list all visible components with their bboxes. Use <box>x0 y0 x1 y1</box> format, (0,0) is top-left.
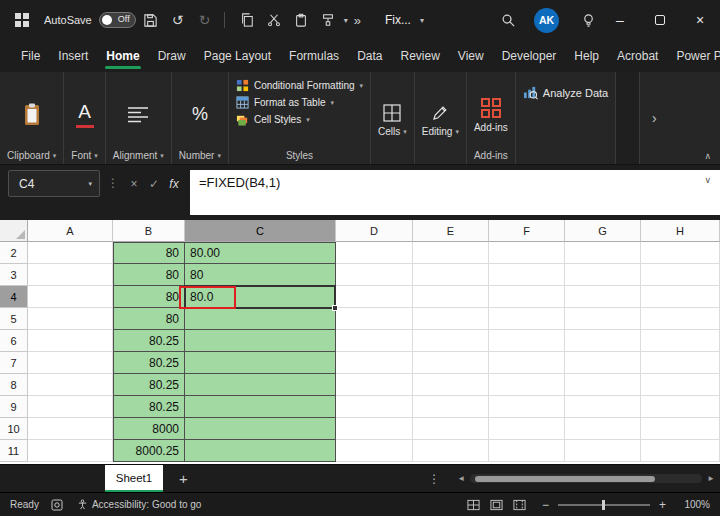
cell-E7[interactable] <box>413 352 489 374</box>
confirm-entry-button[interactable]: ✓ <box>144 170 164 197</box>
cell-E9[interactable] <box>413 396 489 418</box>
group-addins[interactable]: Add-ins Add-ins <box>467 72 516 164</box>
autosave-toggle[interactable]: Off <box>99 12 136 28</box>
cell-A10[interactable] <box>28 418 113 440</box>
cell-C2[interactable]: 80.00 <box>185 242 336 264</box>
cell-D5[interactable] <box>336 308 413 330</box>
tab-home[interactable]: Home <box>97 40 148 72</box>
cell-B2[interactable]: 80 <box>113 242 185 264</box>
cell-D6[interactable] <box>336 330 413 352</box>
scroll-left-button[interactable]: ◄ <box>457 474 465 483</box>
column-header-f[interactable]: F <box>489 220 565 242</box>
cell-E4[interactable] <box>413 286 489 308</box>
group-editing[interactable]: Editing ▾ <box>415 72 467 164</box>
zoom-in-button[interactable]: + <box>659 498 666 512</box>
cell-B3[interactable]: 80 <box>113 264 185 286</box>
cell-D3[interactable] <box>336 264 413 286</box>
cell-A11[interactable] <box>28 440 113 462</box>
cell-H10[interactable] <box>641 418 720 440</box>
cut-button[interactable] <box>262 7 286 33</box>
clipboard-launcher-icon[interactable]: ▾ <box>53 152 57 160</box>
cell-G8[interactable] <box>565 374 641 396</box>
row-header-5[interactable]: 5 <box>0 308 28 330</box>
cell-F3[interactable] <box>489 264 565 286</box>
row-header-3[interactable]: 3 <box>0 264 28 286</box>
formula-input[interactable]: =FIXED(B4,1) ∨ <box>190 170 720 215</box>
cell-H8[interactable] <box>641 374 720 396</box>
cell-G6[interactable] <box>565 330 641 352</box>
cell-F2[interactable] <box>489 242 565 264</box>
row-header-10[interactable]: 10 <box>0 418 28 440</box>
cell-C9[interactable] <box>185 396 336 418</box>
cell-H3[interactable] <box>641 264 720 286</box>
horizontal-scrollbar[interactable] <box>470 474 702 483</box>
cell-D2[interactable] <box>336 242 413 264</box>
percent-style-icon[interactable]: % <box>192 104 208 125</box>
more-commands-icon[interactable]: » <box>354 13 361 28</box>
cell-F8[interactable] <box>489 374 565 396</box>
row-header-7[interactable]: 7 <box>0 352 28 374</box>
tab-bar-options-icon[interactable]: ⋮ <box>428 472 440 486</box>
zoom-level[interactable]: 100% <box>672 499 710 510</box>
name-box[interactable]: C4 ▾ <box>8 170 100 197</box>
row-header-11[interactable]: 11 <box>0 440 28 462</box>
column-header-a[interactable]: A <box>28 220 113 242</box>
cell-D7[interactable] <box>336 352 413 374</box>
cell-A4[interactable] <box>28 286 113 308</box>
tab-data[interactable]: Data <box>348 40 391 72</box>
page-layout-view-button[interactable] <box>490 499 503 511</box>
column-header-c[interactable]: C <box>185 220 336 242</box>
conditional-formatting-button[interactable]: Conditional Formatting ▾ <box>236 79 363 92</box>
cell-A7[interactable] <box>28 352 113 374</box>
tab-acrobat[interactable]: Acrobat <box>608 40 667 72</box>
sheet-tab-sheet1[interactable]: Sheet1 <box>105 465 163 492</box>
cell-E5[interactable] <box>413 308 489 330</box>
cell-C10[interactable] <box>185 418 336 440</box>
cell-E8[interactable] <box>413 374 489 396</box>
cell-H4[interactable] <box>641 286 720 308</box>
undo-button[interactable]: ↺ <box>166 7 190 33</box>
accessibility-status[interactable]: Accessibility: Good to go <box>77 499 202 510</box>
cell-A5[interactable] <box>28 308 113 330</box>
format-painter-button[interactable] <box>316 7 340 33</box>
group-clipboard[interactable]: Clipboard ▾ <box>0 72 64 164</box>
cell-H11[interactable] <box>641 440 720 462</box>
tab-help[interactable]: Help <box>565 40 608 72</box>
cell-H2[interactable] <box>641 242 720 264</box>
cell-F11[interactable] <box>489 440 565 462</box>
group-cells[interactable]: Cells ▾ <box>371 72 415 164</box>
close-button[interactable]: × <box>680 0 720 40</box>
tab-developer[interactable]: Developer <box>493 40 566 72</box>
cell-G10[interactable] <box>565 418 641 440</box>
row-header-2[interactable]: 2 <box>0 242 28 264</box>
cell-G3[interactable] <box>565 264 641 286</box>
cell-G9[interactable] <box>565 396 641 418</box>
fill-handle[interactable] <box>332 305 338 311</box>
row-header-6[interactable]: 6 <box>0 330 28 352</box>
column-header-h[interactable]: H <box>641 220 720 242</box>
cancel-entry-button[interactable]: × <box>124 170 144 197</box>
macro-record-icon[interactable] <box>51 499 63 511</box>
scroll-right-button[interactable]: ► <box>707 474 715 483</box>
group-font[interactable]: A Font ▾ <box>64 72 106 164</box>
zoom-slider[interactable] <box>558 504 650 506</box>
collapse-ribbon-icon[interactable]: ∧ <box>704 151 711 161</box>
alignment-launcher-icon[interactable]: ▾ <box>160 152 164 160</box>
format-as-table-button[interactable]: Format as Table ▾ <box>236 96 334 109</box>
row-header-8[interactable]: 8 <box>0 374 28 396</box>
cell-B8[interactable]: 80.25 <box>113 374 185 396</box>
cell-B11[interactable]: 8000.25 <box>113 440 185 462</box>
cell-C3[interactable]: 80 <box>185 264 336 286</box>
cell-C11[interactable] <box>185 440 336 462</box>
select-all-corner[interactable] <box>0 220 28 242</box>
cell-H6[interactable] <box>641 330 720 352</box>
cell-C5[interactable] <box>185 308 336 330</box>
cell-F9[interactable] <box>489 396 565 418</box>
cell-D8[interactable] <box>336 374 413 396</box>
column-header-d[interactable]: D <box>336 220 413 242</box>
tab-file[interactable]: File <box>12 40 49 72</box>
cell-E6[interactable] <box>413 330 489 352</box>
group-alignment[interactable]: Alignment ▾ <box>106 72 172 164</box>
formula-bar-expand-icon[interactable]: ∨ <box>704 175 711 185</box>
number-launcher-icon[interactable]: ▾ <box>217 152 221 160</box>
